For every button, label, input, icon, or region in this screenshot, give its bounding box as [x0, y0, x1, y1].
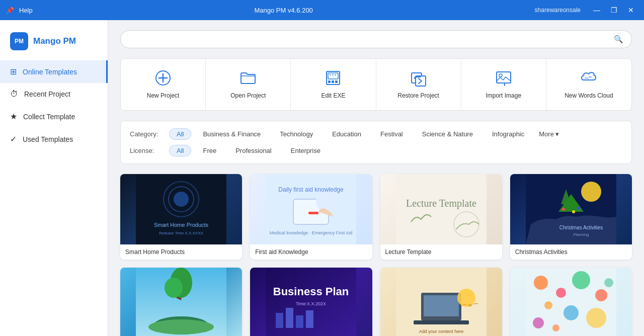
- svg-point-12: [499, 74, 502, 77]
- svg-text:Release Time X.X.XXXX: Release Time X.X.XXXX: [159, 231, 203, 235]
- svg-point-42: [165, 278, 183, 298]
- help-label[interactable]: Help: [19, 7, 33, 14]
- svg-text:Medical knowledge · Emergency : Medical knowledge · Emergency First Aid: [270, 230, 353, 235]
- edit-exe-button[interactable]: Edit EXE: [291, 59, 376, 110]
- sidebar: PM Mango PM ⊞ Online Templates ⏱ Recent …: [0, 20, 108, 336]
- svg-text:Smart Home Products: Smart Home Products: [154, 222, 209, 228]
- titlebar-right: sharewareonsale — ❐ ✕: [535, 3, 638, 17]
- open-project-button[interactable]: Open Project: [206, 59, 291, 110]
- svg-point-62: [564, 305, 579, 320]
- thumbnail-dots: [510, 268, 632, 336]
- license-enterprise[interactable]: Enterprise: [283, 145, 328, 156]
- thumbnail-laptop: Add your content here: [380, 268, 502, 336]
- template-christmas[interactable]: Christmas Activities Planning Christmas …: [510, 174, 632, 260]
- svg-rect-4: [328, 73, 338, 79]
- more-categories-button[interactable]: More ▾: [539, 130, 559, 138]
- thumbnail-smart-home: Smart Home Products Release Time X.X.XXX…: [120, 174, 242, 244]
- app-layout: PM Mango PM ⊞ Online Templates ⏱ Recent …: [0, 20, 644, 336]
- template-dots[interactable]: [510, 268, 632, 336]
- svg-rect-5: [328, 80, 331, 83]
- thumbnail-first-aid: Daily first aid knowledge Medical knowle…: [250, 174, 372, 244]
- category-technology[interactable]: Technology: [272, 128, 320, 140]
- license-free[interactable]: Free: [195, 145, 224, 156]
- svg-point-35: [577, 207, 580, 210]
- thumbnail-island: [120, 268, 242, 336]
- category-business[interactable]: Business & Finance: [195, 128, 268, 140]
- cloud-icon: Aa Bb: [580, 69, 598, 87]
- svg-text:Planning: Planning: [573, 232, 589, 237]
- svg-point-34: [572, 210, 575, 213]
- category-infographic[interactable]: Infographic: [485, 128, 532, 140]
- thumbnail-business-plan: Business Plan Time:X.X.202X: [250, 268, 372, 336]
- edit-icon: [324, 69, 342, 87]
- svg-rect-53: [414, 320, 469, 324]
- svg-rect-11: [497, 72, 511, 83]
- template-smart-home[interactable]: Smart Home Products Release Time X.X.XXX…: [120, 174, 242, 260]
- clock-icon: ⏱: [10, 90, 18, 99]
- svg-text:Business Plan: Business Plan: [273, 285, 349, 298]
- new-words-cloud-label: New Words Cloud: [565, 92, 613, 100]
- svg-point-40: [148, 319, 214, 334]
- sidebar-nav: ⊞ Online Templates ⏱ Recent Project ★ Co…: [0, 60, 108, 150]
- category-festival[interactable]: Festival: [373, 128, 411, 140]
- sidebar-label-used-templates: Used Templates: [23, 135, 73, 143]
- star-icon: ★: [10, 112, 17, 121]
- category-education[interactable]: Education: [325, 128, 369, 140]
- svg-rect-49: [306, 310, 313, 328]
- svg-point-54: [457, 289, 475, 307]
- filter-section: Category: All Business & Finance Technol…: [120, 121, 632, 164]
- new-project-label: New Project: [147, 92, 180, 100]
- category-science[interactable]: Science & Nature: [415, 128, 480, 140]
- template-lecture[interactable]: Lecture Template Lecture Template: [380, 174, 502, 260]
- svg-rect-26: [308, 212, 318, 214]
- close-button[interactable]: ✕: [624, 3, 638, 17]
- svg-point-25: [316, 192, 336, 212]
- svg-point-66: [552, 324, 559, 331]
- sidebar-item-collect-template[interactable]: ★ Collect Template: [0, 105, 108, 128]
- template-first-aid[interactable]: Daily first aid knowledge Medical knowle…: [250, 174, 372, 260]
- svg-text:Time:X.X.202X: Time:X.X.202X: [296, 301, 326, 306]
- import-image-button[interactable]: Import Image: [461, 59, 546, 110]
- category-all[interactable]: All: [169, 128, 191, 140]
- template-name-first-aid: First aid Knowledge: [250, 244, 372, 260]
- search-icon: 🔍: [614, 35, 623, 44]
- restore-icon: [410, 69, 428, 87]
- app-title: Mango PM v4.6.200: [255, 7, 313, 14]
- svg-text:Christmas Activities: Christmas Activities: [559, 225, 603, 230]
- search-input[interactable]: [129, 35, 614, 43]
- template-business-plan[interactable]: Business Plan Time:X.X.202X: [250, 268, 372, 336]
- new-words-cloud-button[interactable]: Aa Bb New Words Cloud: [546, 59, 631, 110]
- template-laptop[interactable]: Add your content here: [380, 268, 502, 336]
- grid-icon: ⊞: [10, 67, 17, 76]
- template-name-christmas: Christmas Activities: [510, 244, 632, 260]
- svg-point-63: [586, 308, 606, 328]
- user-label: sharewareonsale: [535, 7, 581, 14]
- svg-rect-28: [396, 174, 487, 244]
- sidebar-item-recent-project[interactable]: ⏱ Recent Project: [0, 83, 108, 105]
- new-project-button[interactable]: New Project: [121, 59, 206, 110]
- license-professional[interactable]: Professional: [228, 145, 279, 156]
- pin-icon[interactable]: 📌: [6, 7, 14, 14]
- sidebar-item-online-templates[interactable]: ⊞ Online Templates: [0, 60, 108, 83]
- sidebar-logo: PM Mango PM: [0, 25, 108, 60]
- svg-rect-52: [424, 295, 459, 316]
- minimize-button[interactable]: —: [590, 3, 604, 17]
- check-icon: ✓: [10, 134, 17, 144]
- open-project-label: Open Project: [230, 92, 266, 100]
- license-all[interactable]: All: [169, 145, 191, 156]
- template-name-lecture: Lecture Template: [380, 244, 502, 260]
- sidebar-label-recent-project: Recent Project: [24, 90, 70, 98]
- svg-text:Daily first aid knowledge: Daily first aid knowledge: [279, 186, 344, 193]
- chevron-down-icon: ▾: [555, 130, 559, 138]
- template-grid: Smart Home Products Release Time X.X.XXX…: [120, 174, 632, 336]
- sidebar-item-used-templates[interactable]: ✓ Used Templates: [0, 128, 108, 150]
- maximize-button[interactable]: ❐: [607, 3, 621, 17]
- restore-project-button[interactable]: Restore Project: [376, 59, 461, 110]
- svg-point-64: [533, 317, 544, 328]
- category-tags: All Business & Finance Technology Educat…: [169, 128, 559, 140]
- svg-point-60: [595, 289, 607, 301]
- template-island[interactable]: [120, 268, 242, 336]
- image-icon: [495, 69, 513, 87]
- quick-actions: New Project Open Project: [120, 58, 632, 111]
- sidebar-label-collect-template: Collect Template: [23, 113, 75, 121]
